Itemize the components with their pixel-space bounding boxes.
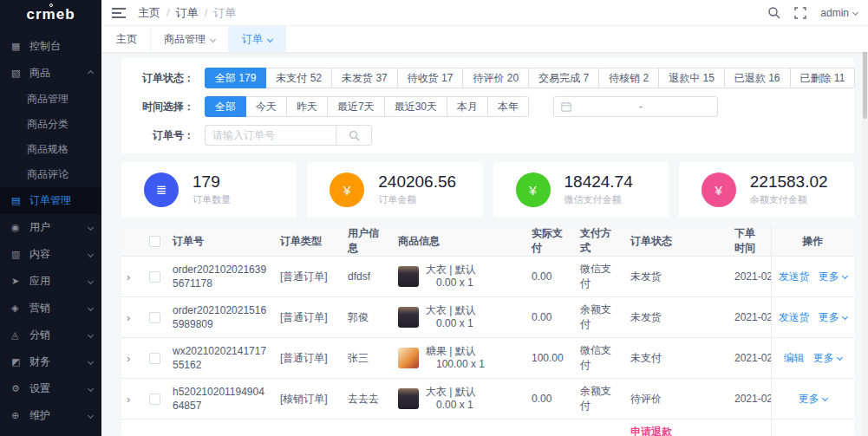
expand-cell: ›	[121, 420, 144, 436]
search-icon[interactable]	[767, 6, 780, 19]
order-status-filter-button[interactable]: 待核销 2	[598, 68, 659, 88]
row-checkbox[interactable]	[149, 271, 160, 283]
tab-active[interactable]: 订单	[229, 26, 286, 52]
app-logo[interactable]: crmeb	[0, 0, 101, 29]
sidebar-item-label: 商品管理	[27, 92, 93, 107]
actions-cell: 发送货更多	[771, 257, 854, 297]
order-status-filter-button[interactable]: 待评价 20	[462, 68, 529, 88]
sidebar-item[interactable]: 商品评论	[0, 162, 101, 187]
app-root: crmeb ▦控制台▧商品商品管理商品分类商品规格商品评论▤订单管理◉用户▥内容…	[0, 0, 868, 436]
product-item: 大衣 | 默认0.00 x 1	[398, 264, 521, 290]
sidebar-item[interactable]: ▧商品	[0, 60, 101, 87]
fullscreen-icon[interactable]	[794, 7, 806, 19]
stat-value: 240206.56	[378, 173, 456, 192]
sidebar-item[interactable]: ◩财务	[0, 348, 101, 375]
sidebar-item[interactable]: ⚙设置	[0, 375, 101, 402]
product-item: 糖果 | 默认100.00 x 1	[398, 345, 521, 371]
action-link[interactable]: 发送货	[779, 270, 810, 284]
time-filter-button[interactable]: 本年	[487, 96, 529, 117]
sidebar-item[interactable]: ▤订单管理	[0, 187, 101, 214]
more-actions-link[interactable]: 更多	[799, 392, 827, 407]
order-status-filter-button[interactable]: 待收货 17	[397, 68, 464, 88]
chevron-down-icon	[88, 359, 94, 365]
more-actions-link[interactable]: 更多	[819, 310, 847, 325]
date-range-picker[interactable]: -	[553, 96, 718, 117]
user-menu[interactable]: admin	[820, 7, 858, 19]
tab-item[interactable]: 商品管理	[151, 26, 229, 52]
action-link[interactable]: 发送货	[779, 310, 810, 325]
sidebar-item[interactable]: ◬分销	[0, 322, 101, 348]
product-text: 大衣 | 默认0.00 x 1	[426, 386, 521, 412]
time-filter-button[interactable]: 全部	[205, 96, 246, 117]
stat-text: 179订单数量	[193, 173, 231, 207]
breadcrumb-item[interactable]: 主页	[138, 5, 160, 21]
sidebar-item-label: 订单管理	[29, 193, 93, 208]
row-checkbox[interactable]	[149, 394, 160, 405]
action-label: 更多	[799, 392, 819, 407]
pay-method-cell: 微信支付	[575, 338, 625, 379]
content-icon: ▥	[11, 249, 25, 260]
sidebar-item[interactable]: ⊕维护	[0, 402, 101, 429]
sidebar-collapse-icon[interactable]	[112, 7, 126, 19]
row-checkbox[interactable]	[149, 312, 160, 323]
sidebar-item[interactable]: ➤应用	[0, 268, 101, 295]
order-status-filter-button[interactable]: 交易完成 7	[528, 68, 599, 88]
column-header: 实际支付	[526, 226, 575, 257]
sidebar-item[interactable]: 商品规格	[0, 137, 101, 162]
order-search-button[interactable]	[336, 125, 372, 146]
column-header: 下单时间	[729, 226, 771, 257]
more-actions-link[interactable]: 更多	[819, 270, 847, 284]
pay-method-cell: 余额支付	[575, 379, 625, 420]
logo-ring-decoration	[49, 3, 53, 7]
time-filter-button[interactable]: 最近30天	[384, 96, 447, 117]
sidebar-item[interactable]: ▦控制台	[0, 33, 101, 60]
time-filter-button[interactable]: 本月	[447, 96, 488, 117]
table-row: ›order2021020216395671178[普通订单]dfdsf大衣 |…	[121, 257, 854, 297]
breadcrumb-item[interactable]: 订单	[176, 5, 199, 21]
more-actions-link[interactable]: 更多	[813, 351, 842, 366]
order-status-filter-button[interactable]: 未发货 37	[331, 68, 398, 88]
order-status-filter-button[interactable]: 已退款 16	[724, 68, 791, 88]
order-status-text: 未发货	[630, 311, 662, 323]
tab-item[interactable]: 主页	[103, 26, 151, 52]
expand-row-icon[interactable]: ›	[127, 393, 130, 406]
sidebar-item[interactable]: ▥内容	[0, 241, 101, 268]
breadcrumb-item[interactable]: 订单	[213, 5, 236, 21]
row-checkbox[interactable]	[149, 353, 160, 364]
time-filter-button[interactable]: 最近7天	[327, 96, 385, 117]
page-scrollbar[interactable]	[862, 26, 868, 436]
table-row: ›h52021020117112275970[普通订单]王飞【粉儿推荐/周杰伦同…	[121, 420, 854, 436]
expand-row-icon[interactable]: ›	[127, 352, 130, 365]
sidebar-item-label: 商品评论	[27, 167, 93, 182]
sidebar-item-label: 用户	[29, 220, 88, 235]
order-status-filter-button[interactable]: 全部 179	[205, 68, 266, 88]
tab-label: 商品管理	[164, 32, 206, 47]
order-type-cell: [普通订单]	[275, 257, 343, 297]
pay-method-cell: 余额支付	[575, 420, 625, 436]
action-link[interactable]: 编辑	[784, 351, 805, 366]
select-all-checkbox[interactable]	[149, 236, 160, 247]
order-status-filter-button[interactable]: 退款中 15	[658, 68, 725, 88]
expand-row-icon[interactable]: ›	[127, 270, 130, 283]
sidebar-item[interactable]: 商品管理	[0, 87, 101, 112]
expand-row-icon[interactable]: ›	[127, 311, 130, 324]
sidebar-item-label: 商品分类	[27, 117, 93, 132]
action-label: 更多	[813, 351, 834, 366]
dashboard-icon: ▦	[11, 41, 25, 52]
stat-value: 221583.02	[750, 173, 828, 192]
actions-wrap: 发送货更多	[777, 310, 850, 325]
marketing-icon: ◈	[11, 303, 25, 314]
stats-row: ≣179订单数量¥240206.56订单金额¥18424.74微信支付金额¥22…	[121, 162, 854, 218]
order-status-filter-button[interactable]: 未支付 52	[265, 68, 332, 88]
sidebar-item[interactable]: 商品分类	[0, 112, 101, 137]
sidebar-item[interactable]: ◉用户	[0, 214, 101, 241]
time-filter-button[interactable]: 昨天	[286, 96, 328, 117]
time-filter-button[interactable]: 今天	[245, 96, 287, 117]
order-no-input[interactable]	[205, 125, 336, 146]
order-status-text: 未支付	[630, 352, 662, 364]
chevron-down-icon	[88, 278, 94, 284]
order-status-filter-button[interactable]: 已删除 11	[790, 68, 856, 88]
column-header: 操作	[771, 226, 854, 257]
product-name-sku: 大衣 | 默认	[426, 304, 476, 316]
sidebar-item[interactable]: ◈营销	[0, 295, 101, 322]
